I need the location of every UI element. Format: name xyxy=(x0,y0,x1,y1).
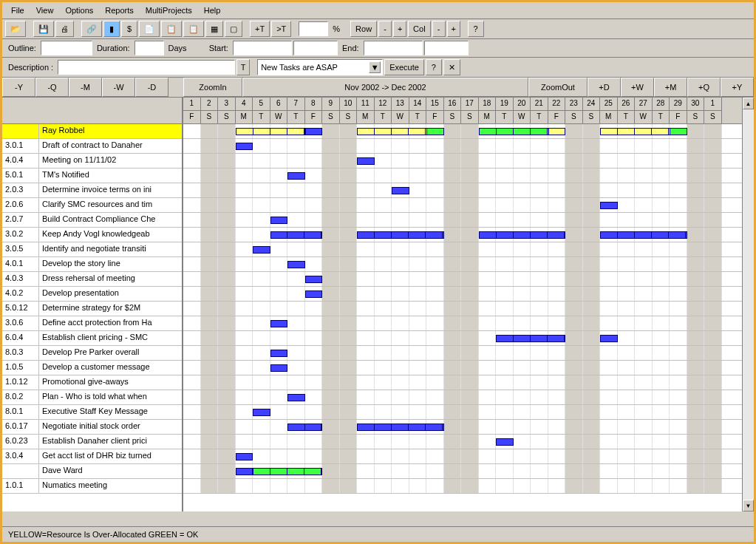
row-plus[interactable]: + xyxy=(393,21,406,37)
gantt-bar[interactable] xyxy=(305,276,323,283)
outline-input[interactable] xyxy=(41,41,92,55)
gantt-bar[interactable] xyxy=(270,364,288,372)
menu-multiprojects[interactable]: MultiProjects xyxy=(140,4,198,17)
save-icon[interactable]: 💾 xyxy=(33,21,54,37)
gantt-bar[interactable] xyxy=(236,143,253,150)
gantt-bar[interactable] xyxy=(270,217,288,224)
gantt-bar[interactable] xyxy=(305,128,323,135)
task-mode-combo[interactable]: New Tasks are ASAP ▼ xyxy=(257,59,383,75)
gantt-bar[interactable] xyxy=(236,453,253,460)
scroll-up-icon[interactable]: ▲ xyxy=(743,98,754,109)
gantt-bar[interactable] xyxy=(426,128,444,135)
copy-icon[interactable]: 📋 xyxy=(161,21,182,37)
task-row[interactable]: 3.0.4Get acct list of DHR biz turned xyxy=(2,449,182,464)
nav-back-w[interactable]: -W xyxy=(102,78,135,97)
row-button[interactable]: Row xyxy=(350,21,377,37)
percent-input[interactable] xyxy=(299,21,328,36)
gantt-bar[interactable] xyxy=(287,172,305,180)
task-row[interactable]: 4.0.4Meeting on 11/11/02 xyxy=(2,154,182,169)
task-row[interactable]: 2.0.3Determine invoice terms on ini xyxy=(2,183,182,198)
end-input[interactable] xyxy=(364,41,423,55)
task-row[interactable]: 4.0.1Develop the story line xyxy=(2,257,182,272)
task-row[interactable]: 1.0.1Numatics meeting xyxy=(2,479,182,494)
print-icon[interactable]: 🖨 xyxy=(55,21,74,37)
nav-fwd-q[interactable]: +Q xyxy=(687,78,721,97)
nav-fwd-y[interactable]: +Y xyxy=(721,78,754,97)
gantt-bar[interactable] xyxy=(270,231,323,239)
task-row[interactable]: 6.0.17Negotiate initial stock order xyxy=(2,420,182,435)
cost-icon[interactable]: $ xyxy=(121,21,137,37)
task-row[interactable]: 5.0.12Determine strategy for $2M xyxy=(2,302,182,316)
gt-t-button[interactable]: >T xyxy=(271,21,291,37)
scroll-down-icon[interactable]: ▼ xyxy=(743,500,754,511)
task-row[interactable]: 2.0.7Build Contract Compliance Che xyxy=(2,213,182,228)
start-input[interactable] xyxy=(233,41,292,55)
doc-icon[interactable]: 📄 xyxy=(139,21,160,37)
col-button[interactable]: Col xyxy=(408,21,431,37)
gantt-bar[interactable] xyxy=(600,335,618,342)
link-icon[interactable]: 🔗 xyxy=(81,21,102,37)
menu-file[interactable]: File xyxy=(5,4,30,17)
task-row[interactable]: 1.0.5Develop a customer message xyxy=(2,361,182,375)
duration-input[interactable] xyxy=(134,41,164,55)
nav-fwd-m[interactable]: +M xyxy=(654,78,687,97)
gantt-bar[interactable] xyxy=(270,350,288,357)
gantt-bar[interactable] xyxy=(479,231,566,239)
gantt-bar[interactable] xyxy=(236,468,253,475)
gantt-bar[interactable] xyxy=(236,128,305,135)
menu-reports[interactable]: Reports xyxy=(99,4,140,17)
task-row[interactable]: 8.0.3Develop Pre Parker overall xyxy=(2,346,182,361)
menu-view[interactable]: View xyxy=(30,4,60,17)
menu-help[interactable]: Help xyxy=(198,4,227,17)
col-minus[interactable]: - xyxy=(432,21,446,37)
desc-input[interactable] xyxy=(58,60,235,75)
row-minus[interactable]: - xyxy=(378,21,392,37)
gantt-bar[interactable] xyxy=(253,468,322,475)
task-row[interactable]: 3.0.2Keep Andy Vogl knowledgeab xyxy=(2,228,182,242)
end-input2[interactable] xyxy=(424,41,469,55)
gantt-bar[interactable] xyxy=(357,424,444,431)
task-row[interactable]: 3.0.6Define acct protection from Ha xyxy=(2,316,182,331)
nav-fwd-d[interactable]: +D xyxy=(588,78,621,97)
scroll-track[interactable] xyxy=(743,109,754,500)
task-row[interactable]: 2.0.6Clarify SMC resources and tim xyxy=(2,198,182,213)
task-row[interactable]: 6.0.23Establish Danaher client prici xyxy=(2,435,182,449)
col-plus[interactable]: + xyxy=(447,21,460,37)
gantt-bar[interactable] xyxy=(357,157,375,165)
task-row[interactable]: 4.0.2Develop presentation xyxy=(2,287,182,302)
gantt-bar[interactable] xyxy=(496,438,514,446)
gantt-bar[interactable] xyxy=(392,187,409,194)
paste-icon[interactable]: 📋 xyxy=(183,21,204,37)
task-row[interactable]: 8.0.2Plan - Who is told what when xyxy=(2,390,182,405)
gantt-bar[interactable] xyxy=(253,246,270,254)
start-input2[interactable] xyxy=(293,41,338,55)
nav-fwd-w[interactable]: +W xyxy=(621,78,654,97)
nav-back-m[interactable]: -M xyxy=(69,78,102,97)
task-row[interactable]: 8.0.1Executive Staff Key Message xyxy=(2,405,182,420)
chevron-down-icon[interactable]: ▼ xyxy=(369,61,381,73)
gantt-bar[interactable] xyxy=(548,128,566,135)
open-icon[interactable]: 📂 xyxy=(5,21,26,37)
help-icon[interactable]: ? xyxy=(468,21,484,37)
gantt-bar[interactable] xyxy=(287,261,305,268)
zoom-out-button[interactable]: ZoomOut xyxy=(528,78,588,97)
task-row[interactable]: 3.0.5Identify and negotiate transiti xyxy=(2,242,182,257)
task-row[interactable]: 5.0.1TM's Notified xyxy=(2,169,182,183)
gantt-bar[interactable] xyxy=(287,424,322,431)
task-row[interactable]: 1.0.12Promotional give-aways xyxy=(2,375,182,390)
task-row[interactable]: Ray Robbel xyxy=(2,124,182,139)
gantt-bar[interactable] xyxy=(670,128,687,135)
blank-icon[interactable]: ▢ xyxy=(225,21,242,37)
gantt-bar[interactable] xyxy=(496,335,565,342)
color-icon[interactable]: ▮ xyxy=(103,21,120,37)
nav-back-q[interactable]: -Q xyxy=(35,78,69,97)
gantt-bar[interactable] xyxy=(270,320,288,327)
scrollbar-vertical[interactable]: ▲ ▼ xyxy=(742,98,754,511)
zoom-in-button[interactable]: ZoomIn xyxy=(183,78,242,97)
task-row[interactable]: 6.0.4Establish client pricing - SMC xyxy=(2,331,182,346)
menu-options[interactable]: Options xyxy=(59,4,99,17)
gantt-bar[interactable] xyxy=(253,409,270,416)
task-row[interactable]: 4.0.3Dress rehersal of meeting xyxy=(2,272,182,287)
nav-back-d[interactable]: -D xyxy=(135,78,168,97)
execute-button[interactable]: Execute xyxy=(384,59,424,75)
